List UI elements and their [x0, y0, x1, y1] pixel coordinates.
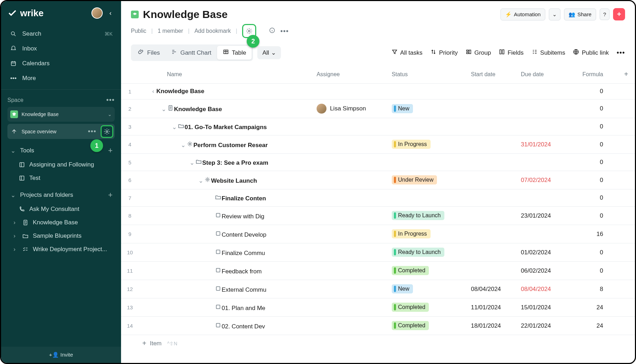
cell-formula[interactable]: 24 [566, 317, 617, 335]
add-item-row[interactable]: + Item ^⇧N [121, 335, 635, 352]
table-row[interactable]: 10Finalize CommuReady to Launch01/02/202… [121, 243, 635, 262]
cell-formula[interactable]: 0 [566, 171, 617, 189]
cell-status[interactable]: Ready to Launch [388, 243, 467, 262]
cell-formula[interactable]: 0 [566, 118, 617, 135]
cell-start-date[interactable]: 08/04/2024 [467, 280, 517, 298]
cell-formula[interactable]: 0 [566, 189, 617, 207]
add-tool-button[interactable]: + [108, 146, 113, 155]
table-row[interactable]: 4⌄Perform Customer ResearIn Progress31/0… [121, 135, 635, 154]
invite-button[interactable]: +👤 Invite [1, 347, 121, 363]
table-row[interactable]: 2⌄Knowledge BaseLisa SimpsonNew0 [121, 99, 635, 118]
status-badge[interactable]: Ready to Launch [392, 248, 444, 257]
cell-formula[interactable]: 0 [566, 154, 617, 171]
cell-status[interactable]: New [388, 280, 467, 298]
status-badge[interactable]: Under Review [392, 175, 437, 184]
cell-due-date[interactable]: 07/02/2024 [517, 171, 567, 189]
status-badge[interactable]: In Progress [392, 140, 431, 149]
automation-button[interactable]: ⚡ Automation [500, 8, 545, 20]
cell-assignee[interactable] [312, 280, 388, 298]
table-row[interactable]: 6⌄Website LaunchUnder Review07/02/20240 [121, 171, 635, 189]
cell-assignee[interactable] [312, 135, 388, 154]
table-row[interactable]: 12External CommuNew08/04/202408/04/20248 [121, 280, 635, 298]
cell-status[interactable]: Completed [388, 298, 467, 317]
cell-due-date[interactable] [517, 118, 567, 135]
project-item-consultant[interactable]: Ask My Consultant [7, 202, 115, 216]
projects-header[interactable]: ⌄ Projects and folders + [7, 188, 115, 202]
logo[interactable]: wrike [7, 8, 44, 19]
page-more-button[interactable]: ••• [280, 27, 289, 35]
public-link-button[interactable]: Public link [573, 49, 609, 57]
col-start-date[interactable]: Start date [467, 65, 517, 84]
cell-due-date[interactable]: 22/01/2024 [517, 317, 567, 335]
status-badge[interactable]: New [392, 284, 413, 293]
status-badge[interactable]: Completed [392, 321, 429, 330]
cell-due-date[interactable]: 15/01/2024 [517, 298, 567, 317]
cell-assignee[interactable] [312, 154, 388, 171]
cell-due-date[interactable]: 01/02/2024 [517, 243, 567, 262]
expand-toggle[interactable]: ⌄ [171, 123, 178, 131]
cell-assignee[interactable] [312, 84, 388, 99]
project-item-kb[interactable]: › Knowledge Base [7, 216, 115, 229]
space-overview-item[interactable]: Space overview ••• 1 [7, 124, 115, 139]
cell-due-date[interactable] [517, 189, 567, 207]
visibility-link[interactable]: Public [131, 28, 146, 34]
table-row[interactable]: 1‹Knowledge Base0 [121, 84, 635, 99]
add-column-button[interactable]: + [617, 65, 635, 84]
status-badge[interactable]: Ready to Launch [392, 211, 444, 220]
space-selector[interactable]: Knowledge Base ⌄ [7, 107, 115, 122]
group-button[interactable]: Group [466, 49, 491, 57]
cell-start-date[interactable] [467, 171, 517, 189]
col-status[interactable]: Status [388, 65, 467, 84]
cell-start-date[interactable] [467, 99, 517, 118]
cell-formula[interactable]: 24 [566, 298, 617, 317]
cell-start-date[interactable] [467, 135, 517, 154]
nav-more[interactable]: ••• More [7, 71, 115, 86]
col-due-date[interactable]: Due date [517, 65, 567, 84]
expand-toggle[interactable]: ⌄ [161, 105, 167, 113]
cell-formula[interactable]: 0 [566, 243, 617, 262]
cell-formula[interactable]: 0 [566, 207, 617, 225]
table-row[interactable]: 1301. Plan and MeCompleted11/01/202415/0… [121, 298, 635, 317]
cell-formula[interactable]: 0 [566, 84, 617, 99]
table-row[interactable]: 8Review with DigReady to Launch23/01/202… [121, 207, 635, 225]
cell-status[interactable]: Under Review [388, 171, 467, 189]
cell-formula[interactable]: 8 [566, 280, 617, 298]
cell-start-date[interactable] [467, 262, 517, 280]
space-settings-highlight[interactable] [101, 125, 113, 138]
table-row[interactable]: 5⌄Step 3: See a Pro exam0 [121, 154, 635, 171]
cell-start-date[interactable] [467, 118, 517, 135]
expand-toggle[interactable]: ‹ [150, 88, 156, 95]
table-row[interactable]: 3⌄01. Go-To Market Campaigns0 [121, 118, 635, 135]
space-overview-menu[interactable]: ••• [88, 127, 96, 135]
status-badge[interactable]: In Progress [392, 229, 431, 238]
cell-status[interactable] [388, 189, 467, 207]
tab-files[interactable]: Files [132, 46, 166, 60]
cell-status[interactable]: In Progress [388, 225, 467, 243]
space-menu-button[interactable]: ••• [106, 96, 115, 104]
cell-assignee[interactable] [312, 189, 388, 207]
automation-dropdown[interactable]: ⌄ [549, 8, 560, 20]
status-badge[interactable]: Completed [392, 266, 429, 275]
tools-more-button[interactable]: ••• [617, 49, 625, 57]
cell-start-date[interactable]: 18/01/2024 [467, 317, 517, 335]
tab-table[interactable]: Table [217, 46, 252, 60]
expand-toggle[interactable]: ⌄ [198, 177, 204, 184]
nav-search[interactable]: Search ⌘K [7, 26, 115, 41]
add-bookmark-link[interactable]: Add bookmark [194, 28, 231, 34]
cell-status[interactable] [388, 84, 467, 99]
cell-formula[interactable]: 16 [566, 225, 617, 243]
cell-formula[interactable]: 0 [566, 99, 617, 118]
sort-priority[interactable]: Priority [430, 49, 458, 57]
page-settings-highlight[interactable]: 2 [242, 24, 256, 38]
cell-status[interactable]: Completed [388, 262, 467, 280]
table-row[interactable]: 7Finalize Conten0 [121, 189, 635, 207]
tool-item-assigning[interactable]: Assigning and Following [7, 158, 115, 171]
cell-assignee[interactable] [312, 207, 388, 225]
cell-due-date[interactable]: 23/01/2024 [517, 207, 567, 225]
cell-formula[interactable]: 0 [566, 262, 617, 280]
cell-assignee[interactable] [312, 225, 388, 243]
table-row[interactable]: 1402. Content DevCompleted18/01/202422/0… [121, 317, 635, 335]
cell-status[interactable] [388, 154, 467, 171]
cell-assignee[interactable] [312, 298, 388, 317]
nav-calendars[interactable]: Calendars [7, 56, 115, 71]
